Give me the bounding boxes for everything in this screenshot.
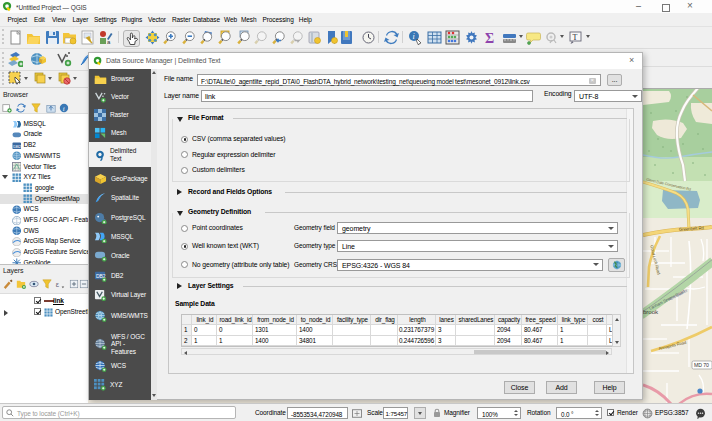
svg-text:DB2: DB2 — [13, 143, 21, 148]
svg-text:Σ: Σ — [485, 31, 494, 45]
svg-text:a: a — [107, 39, 111, 45]
svg-text:T: T — [573, 32, 578, 41]
svg-text:i: i — [63, 105, 65, 112]
svg-text:MD 70: MD 70 — [694, 362, 709, 368]
svg-text:ε: ε — [56, 280, 60, 289]
svg-text:i: i — [413, 32, 415, 41]
svg-text:brook: brook — [643, 308, 659, 315]
